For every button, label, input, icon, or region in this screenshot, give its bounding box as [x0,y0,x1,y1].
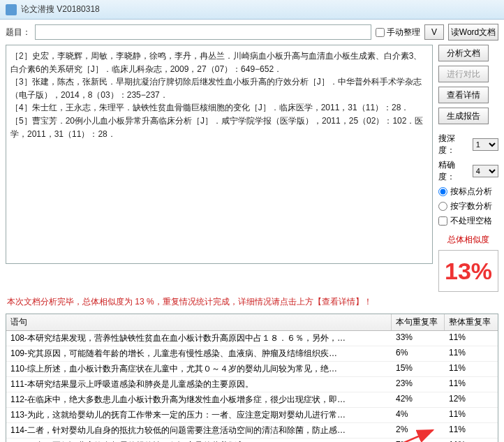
by-punct-radio[interactable]: 按标点分析 [438,186,498,198]
table-row[interactable]: 110-综上所述，血小板计数升高症状在儿童中，尤其０～４岁的婴幼儿间较为常见，绝… [6,362,498,377]
table-row[interactable]: 111-本研究结果显示上呼吸道感染和肺炎是儿童感染的主要原因。 23% 11% [6,377,498,392]
table-row[interactable]: 114-二者，针对婴幼儿自身的抵抗力较低的问题需要注意活动空间的清洁和除菌，防止… [6,423,498,439]
table-header: 语句 本句重复率 整体重复率 [6,314,498,331]
result-text-pane[interactable]: ［2］史宏，李晓辉，周敏，李晓静，徐鸣，李丹，冉丛兰．川崎病血小板升高与血清血小… [6,45,433,264]
cell-sentence: 114-二者，针对婴幼儿自身的抵抗力较低的问题需要注意活动空间的清洁和除菌，防止… [6,423,392,438]
cell-sentence: 113-为此，这就给婴幼儿的抚育工作带来一定的压力：一者、应注意定期对婴幼儿进行… [6,408,392,422]
side-panel: 分析文档 进行对比 查看详情 生成报告 搜深度： 1 精确度： 4 按标点分析 … [438,45,498,292]
v-button[interactable]: V [424,24,444,40]
table-row[interactable]: 113-为此，这就给婴幼儿的抚育工作带来一定的压力：一者、应注意定期对婴幼儿进行… [6,408,498,423]
cell-overall-rate: 11% [445,439,498,442]
cell-sentence-rate: 7% [392,439,445,442]
cell-sentence-rate: 2% [392,423,445,438]
table-row[interactable]: 109-究其原因，可能随着年龄的增长，儿童患有慢性感染、血液病、肿瘤及结缔组织疾… [6,346,498,362]
by-count-radio[interactable]: 按字数分析 [438,200,498,212]
similarity-box: 13% [438,250,498,292]
details-button[interactable]: 查看详情 [438,87,489,103]
table-row[interactable]: 108-本研究结果发现，营养性缺铁性贫血在血小板计数升高原因中占１８．６％，另外… [6,331,498,346]
cell-sentence-rate: 15% [392,362,445,376]
manual-sort-checkbox[interactable]: 手动整理 [376,27,420,38]
cell-sentence: 110-综上所述，血小板计数升高症状在儿童中，尤其０～４岁的婴幼儿间较为常见，绝… [6,362,392,376]
app-icon [6,4,17,15]
result-table: 语句 本句重复率 整体重复率 108-本研究结果发现，营养性缺铁性贫血在血小板计… [6,314,498,442]
subject-label: 题目： [6,27,31,38]
cell-overall-rate: 11% [445,423,498,438]
cell-sentence: 108-本研究结果发现，营养性缺铁性贫血在血小板计数升高原因中占１８．６％，另外… [6,331,392,346]
cell-sentence: 112-在临床中，绝大多数患儿血小板计数升高为继发性血小板增多症，很少出现症状，… [6,392,392,407]
no-space-checkbox[interactable]: 不处理空格 [438,215,498,227]
cell-overall-rate: 11% [445,362,498,376]
report-button[interactable]: 生成报告 [438,108,489,124]
similarity-label: 总体相似度 [438,234,498,246]
table-body: 108-本研究结果发现，营养性缺铁性贫血在血小板计数升高原因中占１８．６％，另外… [6,331,498,442]
cell-sentence: 109-究其原因，可能随着年龄的增长，儿童患有慢性感染、血液病、肿瘤及结缔组织疾… [6,346,392,361]
cell-sentence-rate: 33% [392,331,445,346]
precision-select[interactable]: 4 [473,165,498,177]
read-word-button[interactable]: 读Word文档 [448,24,498,40]
depth-select[interactable]: 1 [473,138,498,151]
col-sentence-rate[interactable]: 本句重复率 [392,314,445,330]
depth-label: 搜深度： [438,133,470,156]
cell-overall-rate: 11% [445,331,498,346]
cell-sentence: 111-本研究结果显示上呼吸道感染和肺炎是儿童感染的主要原因。 [6,377,392,392]
col-sentence[interactable]: 语句 [6,314,392,330]
cell-sentence-rate: 4% [392,408,445,422]
cell-overall-rate: 11% [445,408,498,422]
cell-overall-rate: 12% [445,392,498,407]
window-title: 论文潜搜 V20180318 [21,3,100,15]
cell-overall-rate: 11% [445,346,498,361]
manual-sort-check[interactable] [376,28,385,37]
top-toolbar: 题目： 手动整理 V 读Word文档 [0,20,504,45]
col-overall-rate[interactable]: 整体重复率 [445,314,498,330]
cell-sentence-rate: 23% [392,377,445,392]
cell-sentence: 115-三者，要保证儿童饮食起居的规律性，保证充足的营养摄入。 [6,439,392,442]
table-row[interactable]: 115-三者，要保证儿童饮食起居的规律性，保证充足的营养摄入。 7% 11% [6,439,498,442]
table-row[interactable]: 112-在临床中，绝大多数患儿血小板计数升高为继发性血小板增多症，很少出现症状，… [6,392,498,408]
precision-label: 精确度： [438,159,470,183]
status-message: 本次文档分析完毕，总体相似度为 13 %，重复情况统计完成，详细情况请点击上方【… [0,292,504,312]
similarity-value: 13% [445,258,492,285]
window-titlebar: 论文潜搜 V20180318 [0,0,504,20]
compare-button: 进行对比 [438,66,489,82]
subject-input[interactable] [35,24,371,40]
cell-sentence-rate: 42% [392,392,445,407]
cell-overall-rate: 11% [445,377,498,392]
analyze-button[interactable]: 分析文档 [438,45,489,61]
cell-sentence-rate: 6% [392,346,445,361]
